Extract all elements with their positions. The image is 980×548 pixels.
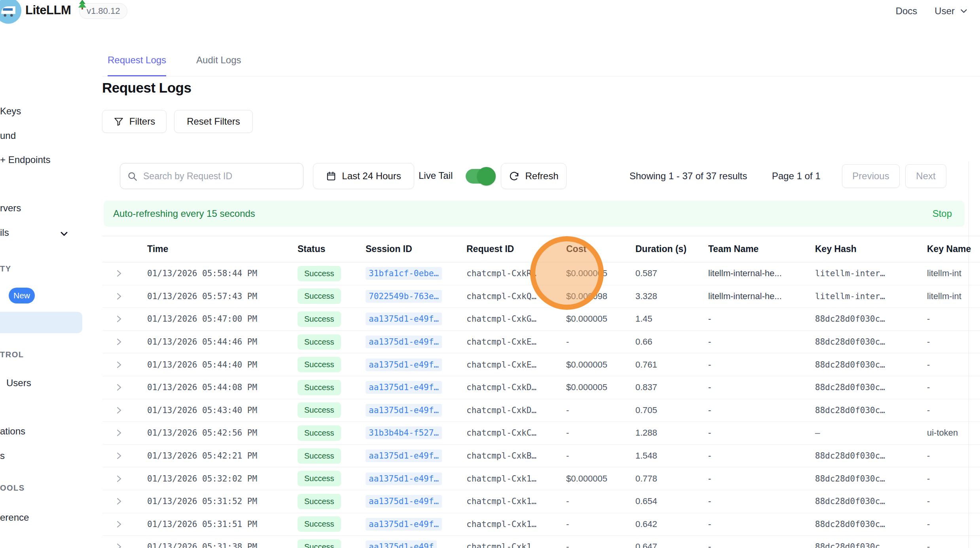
- table-row[interactable]: 01/13/2026 05:44:40 PM Success aa1375d1-…: [102, 353, 980, 376]
- log-table-body: 01/13/2026 05:58:44 PM Success 31bfa1cf-…: [102, 262, 980, 548]
- row-expander[interactable]: [102, 474, 147, 484]
- refresh-icon: [509, 171, 519, 182]
- cell-team-name: litellm-internal-he...: [708, 291, 815, 301]
- row-expander[interactable]: [102, 406, 147, 415]
- status-badge: Success: [298, 539, 341, 548]
- cell-status: Success: [298, 334, 366, 350]
- session-id-link[interactable]: aa1375d1-e49f…: [366, 404, 442, 417]
- row-expander[interactable]: [102, 292, 147, 301]
- table-row[interactable]: 01/13/2026 05:31:52 PM Success aa1375d1-…: [102, 490, 980, 513]
- session-id-link[interactable]: aa1375d1-e49f…: [366, 381, 442, 394]
- cell-time: 01/13/2026 05:31:51 PM: [147, 520, 298, 529]
- session-id-link[interactable]: aa1375d1-e49f…: [366, 336, 442, 348]
- chevron-right-icon: [115, 542, 123, 548]
- sidebar-item[interactable]: ils: [0, 226, 9, 240]
- stop-auto-refresh-link[interactable]: Stop: [933, 208, 952, 219]
- sidebar-section-label: TROL: [0, 350, 24, 359]
- table-row[interactable]: 01/13/2026 05:44:08 PM Success aa1375d1-…: [102, 376, 980, 399]
- next-page-button[interactable]: Next: [905, 164, 946, 188]
- tab-audit-logs[interactable]: Audit Logs: [196, 55, 241, 76]
- cell-status: Success: [298, 311, 366, 327]
- sidebar-item[interactable]: s: [0, 449, 5, 463]
- reset-filters-button[interactable]: Reset Filters: [174, 110, 253, 133]
- cell-session-id: aa1375d1-e49f…: [366, 449, 466, 462]
- time-range-button[interactable]: Last 24 Hours: [313, 163, 414, 189]
- session-id-link[interactable]: aa1375d1-e49f…: [366, 313, 442, 325]
- row-expander[interactable]: [102, 269, 147, 278]
- cell-duration: 0.587: [635, 268, 708, 279]
- cell-key-name: litellm-int: [927, 268, 980, 279]
- table-row[interactable]: 01/13/2026 05:42:56 PM Success 31b3b4b4-…: [102, 422, 980, 445]
- chevron-right-icon: [115, 269, 123, 278]
- table-row[interactable]: 01/13/2026 05:58:44 PM Success 31bfa1cf-…: [102, 262, 980, 285]
- cell-cost: -: [566, 496, 635, 506]
- chevron-right-icon: [115, 451, 123, 461]
- table-row[interactable]: 01/13/2026 05:47:00 PM Success aa1375d1-…: [102, 308, 980, 331]
- row-expander[interactable]: [102, 451, 147, 461]
- live-tail-toggle[interactable]: [466, 169, 493, 184]
- table-row[interactable]: 01/13/2026 05:57:43 PM Success 7022549b-…: [102, 285, 980, 308]
- table-row[interactable]: 01/13/2026 05:43:40 PM Success aa1375d1-…: [102, 399, 980, 422]
- search-input[interactable]: [120, 163, 303, 189]
- cell-cost: -: [566, 451, 635, 461]
- cell-team-name: -: [708, 314, 815, 324]
- cell-key-hash: litellm-inter…: [815, 292, 927, 301]
- sidebar-item[interactable]: Keys: [0, 104, 21, 118]
- litellm-logo[interactable]: [0, 0, 21, 24]
- sidebar-item[interactable]: ations: [0, 424, 25, 438]
- table-row[interactable]: 01/13/2026 05:42:21 PM Success aa1375d1-…: [102, 445, 980, 468]
- row-expander[interactable]: [102, 497, 147, 506]
- chevron-right-icon: [115, 474, 123, 484]
- row-expander[interactable]: [102, 428, 147, 438]
- session-id-link[interactable]: 31bfa1cf-0ebe…: [366, 267, 442, 280]
- cell-key-name: -: [927, 542, 980, 548]
- cell-status: Success: [298, 471, 366, 486]
- sidebar-section-label: TY: [0, 264, 11, 273]
- table-row[interactable]: 01/13/2026 05:44:46 PM Success aa1375d1-…: [102, 331, 980, 354]
- row-expander[interactable]: [102, 337, 147, 347]
- session-id-link[interactable]: 31b3b4b4-f527…: [366, 427, 442, 439]
- col-duration: Duration (s): [635, 244, 708, 254]
- chevron-right-icon: [115, 337, 123, 347]
- tab-request-logs[interactable]: Request Logs: [108, 55, 166, 76]
- docs-link[interactable]: Docs: [896, 6, 917, 17]
- cell-key-name: -: [927, 360, 980, 370]
- row-expander[interactable]: [102, 383, 147, 392]
- session-id-link[interactable]: aa1375d1-e49f…: [366, 358, 442, 371]
- cell-duration: 1.288: [635, 428, 708, 438]
- table-row[interactable]: 01/13/2026 05:31:38 PM Success aa1375d1-…: [102, 536, 980, 548]
- cell-session-id: aa1375d1-e49f…: [366, 472, 466, 485]
- sidebar-item[interactable]: Users: [6, 376, 31, 390]
- table-row[interactable]: 01/13/2026 05:32:02 PM Success aa1375d1-…: [102, 467, 980, 490]
- row-expander[interactable]: [102, 542, 147, 548]
- topbar: LiteLLM v1.80.12 Docs User: [0, 0, 980, 22]
- chevron-down-icon[interactable]: [59, 228, 70, 239]
- sidebar-item[interactable]: erence: [0, 510, 29, 525]
- cell-status: Success: [298, 448, 366, 464]
- session-id-link[interactable]: aa1375d1-e49f…: [366, 472, 442, 485]
- previous-page-button[interactable]: Previous: [842, 164, 900, 188]
- cell-time: 01/13/2026 05:44:40 PM: [147, 360, 298, 370]
- cell-key-name: ui-token: [927, 428, 980, 438]
- table-row[interactable]: 01/13/2026 05:31:51 PM Success aa1375d1-…: [102, 513, 980, 536]
- sidebar-item[interactable]: + Endpoints: [0, 153, 50, 167]
- cell-key-hash: 88dc28d0f030c…: [815, 451, 927, 461]
- session-id-link[interactable]: aa1375d1-e49f…: [366, 518, 442, 531]
- cell-cost: -: [566, 519, 635, 529]
- user-menu[interactable]: User: [935, 6, 969, 17]
- filters-button[interactable]: Filters: [102, 110, 167, 133]
- sidebar-item-active[interactable]: [0, 312, 82, 333]
- row-expander[interactable]: [102, 314, 147, 324]
- row-expander[interactable]: [102, 520, 147, 529]
- session-id-link[interactable]: 7022549b-763e…: [366, 290, 442, 303]
- user-menu-label[interactable]: User: [935, 6, 955, 17]
- session-id-link[interactable]: aa1375d1-e49f…: [366, 449, 442, 462]
- cell-key-hash: 88dc28d0f030c…: [815, 520, 927, 529]
- session-id-link[interactable]: aa1375d1-e49f…: [366, 495, 442, 508]
- cell-request-id: chatcmpl-Cxk1…: [466, 497, 566, 506]
- session-id-link[interactable]: aa1375d1-e49f: [366, 540, 437, 548]
- sidebar-item[interactable]: und: [0, 129, 16, 143]
- row-expander[interactable]: [102, 360, 147, 370]
- sidebar-item[interactable]: rvers: [0, 201, 21, 215]
- refresh-button[interactable]: Refresh: [501, 163, 567, 189]
